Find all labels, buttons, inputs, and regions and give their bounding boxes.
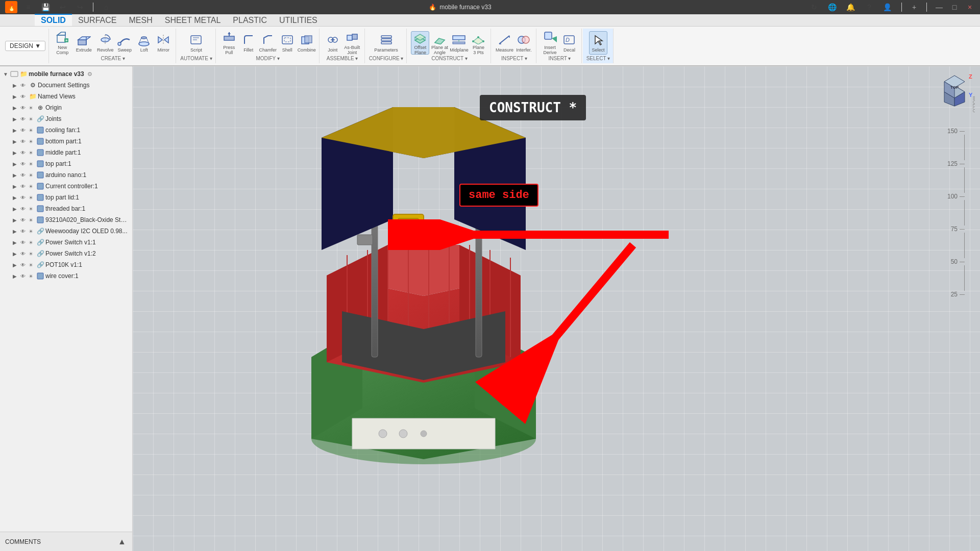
parameters-btn[interactable]: Parameters: [377, 31, 396, 55]
file-menu-btn[interactable]: ≡: [21, 2, 35, 13]
light-icon[interactable]: ☀: [27, 104, 34, 111]
plane-at-angle-btn[interactable]: Plane atAngle: [430, 31, 449, 55]
sweep-btn[interactable]: Sweep: [115, 31, 134, 55]
close-btn[interactable]: ×: [965, 3, 975, 11]
eye-icon[interactable]: 👁: [19, 183, 27, 190]
expand-cooling[interactable]: ▶: [11, 127, 18, 134]
design-dropdown-btn[interactable]: DESIGN ▼: [5, 41, 45, 51]
viewport[interactable]: same side CONSTRUCT *: [133, 66, 980, 551]
expand-ctrl[interactable]: ▶: [11, 183, 18, 190]
as-built-joint-btn[interactable]: As-BuiltJoint: [343, 31, 361, 55]
extrude-btn[interactable]: Extrude: [72, 31, 95, 55]
tree-item-threaded-bar[interactable]: ▶ 👁 ☀ threaded bar:1: [0, 203, 132, 214]
expand-93210[interactable]: ▶: [11, 216, 18, 223]
new-tab-btn[interactable]: +: [909, 3, 919, 11]
configure-section-label[interactable]: CONFIGURE ▾: [369, 56, 404, 61]
chamfer-btn[interactable]: Chamfer: [259, 31, 277, 55]
tree-item-power-sw2[interactable]: ▶ 👁 ☀ 🔗 Power Switch v1:2: [0, 248, 132, 259]
assemble-section-label[interactable]: ASSEMBLE ▾: [327, 56, 358, 61]
shell-btn[interactable]: Shell: [278, 31, 297, 55]
insert-section-label[interactable]: INSERT ▾: [548, 56, 571, 61]
combine-btn[interactable]: Combine: [298, 31, 316, 55]
expand-joints[interactable]: ▶: [11, 115, 18, 122]
view-cube[interactable]: Z Y TOP WOLLOB: [934, 71, 975, 112]
tree-item-pot10k[interactable]: ▶ 👁 ☀ 🔗 POT10K v1:1: [0, 259, 132, 270]
light-icon[interactable]: ☀: [27, 261, 34, 268]
joint-btn[interactable]: Joint: [324, 31, 342, 55]
minimize-btn[interactable]: —: [934, 3, 944, 11]
help-btn[interactable]: ?: [863, 2, 876, 13]
tree-item-bottom-part[interactable]: ▶ 👁 ☀ bottom part:1: [0, 136, 132, 147]
expand-arduino[interactable]: ▶: [11, 171, 18, 179]
light-icon[interactable]: ☀: [27, 239, 34, 246]
tree-item-weewooday[interactable]: ▶ 👁 ☀ 🔗 Weewooday I2C OLED 0.98...: [0, 226, 132, 237]
insert-derive-btn[interactable]: InsertDerive: [541, 31, 559, 55]
fillet-btn[interactable]: Fillet: [239, 31, 258, 55]
expand-doc[interactable]: ▶: [11, 82, 18, 89]
light-icon[interactable]: ☀: [27, 228, 34, 235]
expand-origin[interactable]: ▶: [11, 104, 18, 111]
tree-root[interactable]: ▼ 📁 mobile furnace v33 ⚙: [0, 68, 132, 80]
eye-icon[interactable]: 👁: [19, 239, 27, 246]
eye-icon[interactable]: 👁: [19, 115, 27, 122]
decal-btn[interactable]: D Decal: [560, 31, 578, 55]
eye-icon[interactable]: 👁: [19, 205, 27, 212]
measure-btn[interactable]: Measure: [495, 31, 513, 55]
tree-item-power-sw1[interactable]: ▶ 👁 ☀ 🔗 Power Switch v1:1: [0, 237, 132, 248]
refresh-btn[interactable]: ↻: [807, 2, 821, 13]
eye-icon[interactable]: 👁: [19, 127, 27, 134]
tree-root-expand[interactable]: ▼: [2, 70, 9, 78]
undo-btn[interactable]: ↩: [56, 2, 69, 13]
expand-wc[interactable]: ▶: [11, 272, 18, 280]
eye-icon[interactable]: 👁: [19, 194, 27, 201]
automate-section-label[interactable]: AUTOMATE ▾: [180, 56, 212, 61]
light-icon[interactable]: ☀: [27, 127, 34, 134]
expand-ps1[interactable]: ▶: [11, 239, 18, 246]
light-icon[interactable]: ☀: [27, 160, 34, 167]
eye-icon[interactable]: 👁: [19, 228, 27, 235]
comments-expand-btn[interactable]: ▲: [117, 537, 127, 547]
save-btn[interactable]: 💾: [39, 2, 52, 13]
profile-btn[interactable]: 👤: [881, 2, 894, 13]
modify-section-label[interactable]: MODIFY ▾: [256, 56, 279, 61]
construct-section-label[interactable]: CONSTRUCT ▾: [431, 56, 467, 61]
press-pull-btn[interactable]: PressPull: [220, 31, 238, 55]
offset-plane-btn[interactable]: OffsetPlane: [411, 31, 429, 55]
tab-surface[interactable]: SURFACE: [72, 14, 123, 26]
eye-icon[interactable]: 👁: [19, 216, 27, 223]
create-section-label[interactable]: CREATE ▾: [101, 56, 125, 61]
expand-ps2[interactable]: ▶: [11, 250, 18, 257]
tree-item-doc-settings[interactable]: ▶ 👁 ⚙ Document Settings: [0, 80, 132, 91]
eye-icon[interactable]: 👁: [19, 261, 27, 268]
interference-btn[interactable]: Interfer.: [514, 31, 533, 55]
light-icon[interactable]: ☀: [27, 216, 34, 223]
eye-icon[interactable]: 👁: [19, 82, 27, 89]
light-icon[interactable]: ☀: [27, 194, 34, 201]
revolve-btn[interactable]: Revolve: [96, 31, 114, 55]
tree-item-top-part[interactable]: ▶ 👁 ☀ top part:1: [0, 158, 132, 169]
light-icon[interactable]: ☀: [27, 138, 34, 145]
eye-icon[interactable]: 👁: [19, 250, 27, 257]
eye-icon[interactable]: 👁: [19, 171, 27, 179]
expand-toplid[interactable]: ▶: [11, 194, 18, 201]
eye-icon[interactable]: 👁: [19, 160, 27, 167]
maximize-btn[interactable]: □: [949, 3, 960, 11]
tree-item-arduino[interactable]: ▶ 👁 ☀ arduino nano:1: [0, 169, 132, 181]
home-btn[interactable]: ⌂: [100, 2, 113, 13]
inspect-section-label[interactable]: INSPECT ▾: [501, 56, 527, 61]
light-icon[interactable]: ☀: [27, 272, 34, 280]
tree-item-wire-cover[interactable]: ▶ 👁 ☀ wire cover:1: [0, 270, 132, 282]
light-icon[interactable]: ☀: [27, 115, 34, 122]
script-btn[interactable]: Script: [187, 31, 205, 55]
tree-item-named-views[interactable]: ▶ 👁 📁 Named Views: [0, 91, 132, 102]
tab-mesh[interactable]: MESH: [122, 14, 158, 26]
expand-bar[interactable]: ▶: [11, 205, 18, 212]
mirror-btn[interactable]: Mirror: [154, 31, 173, 55]
globe-btn[interactable]: 🌐: [826, 2, 839, 13]
select-section-label[interactable]: SELECT ▾: [586, 56, 610, 61]
select-btn[interactable]: Select: [589, 31, 607, 55]
tab-utilities[interactable]: UTILITIES: [273, 14, 324, 26]
tree-item-origin[interactable]: ▶ 👁 ☀ ⊕ Origin: [0, 102, 132, 113]
tab-plastic[interactable]: PLASTIC: [227, 14, 273, 26]
tree-item-cooling-fan[interactable]: ▶ 👁 ☀ cooling fan:1: [0, 124, 132, 136]
